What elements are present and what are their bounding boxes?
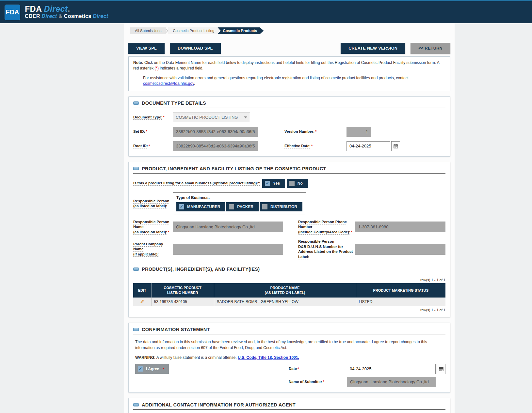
small-business-no-checkbox[interactable]: No	[287, 179, 308, 188]
parent-company-field	[173, 244, 283, 255]
set-id-value: 33822b90-8853-f3d2-e063-6394a90a36f5	[176, 129, 255, 134]
chevron-down-icon	[244, 116, 247, 118]
brand-title: FDA Direct.	[25, 5, 108, 13]
responsible-person-phone-value: 1-307-381-8980	[358, 224, 389, 229]
document-type-label[interactable]: Document Type:	[133, 115, 162, 119]
required-asterisk: *	[149, 144, 150, 148]
collapse-icon[interactable]	[133, 328, 139, 331]
note-text: Note: Click on the Data Element Name for…	[133, 60, 445, 71]
version-number-label[interactable]: Version Number:	[284, 130, 314, 133]
return-button[interactable]: << RETURN	[411, 43, 450, 54]
responsible-person-label[interactable]: Responsible Person (as listed on label):	[133, 199, 169, 208]
duns-number-field	[355, 244, 445, 255]
calendar-icon	[439, 367, 443, 371]
duns-number-label[interactable]: Responsible Person D&B D-U-N-S Number fo…	[298, 239, 353, 259]
product-listing-title: PRODUCT, INGREDIENT AND FACILITY LISTING…	[142, 166, 326, 171]
root-id-field: 33822b90-8854-f3d2-e063-6394a90a36f5	[173, 141, 258, 151]
required-asterisk: *	[315, 130, 316, 133]
marketing-status-column-header: PRODUCT MARKETING STATUS	[356, 283, 445, 298]
name-of-submitter-field: Qingyuan Hanxiang Biotechnology Co.,ltd	[347, 377, 436, 387]
confirmation-statement-header: CONFIRMATION STATEMENT	[133, 327, 445, 334]
download-spl-button[interactable]: DOWNLOAD SPL	[170, 43, 221, 54]
table-row: ✎ 53-199736-439105 SADOER BATH BOMB - GR…	[133, 298, 445, 306]
assistance-period: .	[194, 81, 195, 86]
no-label: No	[298, 181, 303, 186]
type-of-business-box: Type of Business: ✓ MANUFACTURER PACKER …	[173, 192, 306, 215]
small-business-yes-checkbox[interactable]: ✓ Yes	[262, 179, 285, 188]
required-asterisk: *	[163, 367, 164, 371]
manufacturer-label: MANUFACTURER	[187, 205, 220, 209]
breadcrumb-cosmetic-products[interactable]: Cosmetic Products	[218, 27, 264, 34]
view-spl-button[interactable]: VIEW SPL	[128, 43, 165, 54]
parent-company-label[interactable]: Parent Company Name (if applicable):	[133, 242, 163, 256]
products-facilities-header: PRODUCT(S), INGREDIENT(S), AND FACILITY(…	[133, 267, 445, 274]
confirmation-statement-title: CONFIRMATION STATEMENT	[142, 327, 210, 332]
document-type-details-title: DOCUMENT TYPE DETAILS	[142, 100, 206, 106]
unchecked-checkbox-icon	[229, 204, 234, 209]
type-of-business-label: Type of Business:	[176, 195, 302, 200]
app-header: FDA FDA Direct. CDER Direct & Cosmetics …	[0, 1, 532, 23]
responsible-person-phone-field: 1-307-381-8980	[355, 222, 445, 232]
name-of-submitter-value: Qingyuan Hanxiang Biotechnology Co.,ltd	[350, 379, 429, 384]
document-type-details-card: DOCUMENT TYPE DETAILS Document Type:* CO…	[128, 96, 450, 157]
required-asterisk: *	[298, 367, 299, 371]
collapse-icon[interactable]	[133, 268, 139, 271]
brand-block: FDA Direct. CDER Direct & Cosmetics Dire…	[25, 5, 108, 19]
note-suffix: indicates a required field.	[159, 66, 203, 70]
cosmeticsdirect-email-link[interactable]: cosmeticsdirect@fda.hhs.gov	[143, 81, 194, 86]
edit-column-header: EDIT	[133, 283, 151, 298]
note-required-asterisk: (*)	[154, 66, 159, 70]
brand-cder-direct: Direct	[41, 13, 57, 19]
product-name-column-header: PRODUCT NAME (AS LISTED ON LABEL)	[214, 283, 356, 298]
i-agree-checkbox[interactable]: ✓ I Agree *	[135, 364, 169, 374]
responsible-person-phone-label[interactable]: Responsible Person Phone Number (Include…	[298, 220, 350, 234]
toolbar-right: CREATE NEW VERSION << RETURN	[341, 43, 450, 54]
breadcrumb: All Submissions Cosmetic Product Listing…	[130, 27, 450, 34]
products-facilities-title: PRODUCT(S), INGREDIENT(S), AND FACILITY(…	[142, 267, 260, 272]
document-type-value: COSMETIC PRODUCT LISTING	[176, 115, 238, 120]
assistance-text: For assistance with validation errors an…	[133, 75, 445, 87]
brand-cosmetics-direct: Direct	[93, 13, 108, 19]
additional-contact-title: ADDITIONAL CONTACT INFORMATION FOR AUTHO…	[142, 402, 296, 407]
set-id-label[interactable]: Set ID:	[133, 130, 145, 133]
warning-text: WARNING: A willfully false statement is …	[133, 355, 445, 360]
version-number-field: 1	[347, 127, 371, 137]
product-listing-header: PRODUCT, INGREDIENT AND FACILITY LISTING…	[133, 166, 445, 174]
edit-icon[interactable]: ✎	[140, 299, 144, 305]
note-box: Note: Click on the Data Element Name for…	[128, 56, 450, 91]
root-id-label[interactable]: Root ID:	[133, 144, 148, 148]
effective-date-input[interactable]	[347, 141, 390, 151]
collapse-icon[interactable]	[133, 403, 139, 406]
effective-date-label[interactable]: Effective Date:	[284, 144, 311, 148]
brand-cder: CDER	[25, 13, 40, 19]
calendar-button[interactable]	[437, 364, 445, 374]
product-listing-card: PRODUCT, INGREDIENT AND FACILITY LISTING…	[128, 162, 450, 317]
packer-checkbox[interactable]: PACKER	[226, 202, 259, 211]
collapse-icon[interactable]	[133, 101, 139, 105]
breadcrumb-cosmetic-product-listing[interactable]: Cosmetic Product Listing	[168, 27, 219, 34]
document-type-select[interactable]: COSMETIC PRODUCT LISTING	[173, 113, 250, 122]
assistance-body: For assistance with validation errors an…	[143, 76, 409, 80]
date-label[interactable]: Date	[289, 367, 297, 371]
responsible-person-name-label[interactable]: Responsible Person Name (as listed on la…	[133, 220, 169, 234]
distributor-checkbox[interactable]: DISTRIBUTOR	[260, 202, 302, 211]
required-asterisk: *	[163, 115, 164, 119]
confirmation-date-input[interactable]	[347, 364, 436, 374]
distributor-label: DISTRIBUTOR	[270, 205, 297, 209]
breadcrumb-all-submissions[interactable]: All Submissions	[130, 27, 166, 34]
manufacturer-checkbox[interactable]: ✓ MANUFACTURER	[176, 202, 225, 211]
small-business-label[interactable]: Is this a product listing for a small bu…	[133, 181, 260, 185]
checked-checkbox-icon: ✓	[179, 204, 184, 209]
check-icon: ✓	[180, 204, 184, 209]
brand-cosmetics: Cosmetics	[64, 13, 91, 19]
create-new-version-button[interactable]: CREATE NEW VERSION	[341, 43, 405, 54]
required-asterisk: *	[146, 130, 147, 133]
us-code-link[interactable]: U.S. Code, Title 18, Section 1001.	[238, 355, 299, 360]
calendar-button[interactable]	[391, 141, 400, 151]
warning-prefix: WARNING:	[135, 355, 155, 360]
i-agree-label: I Agree	[146, 367, 159, 371]
collapse-icon[interactable]	[133, 167, 139, 170]
document-type-details-header: DOCUMENT TYPE DETAILS	[133, 100, 445, 108]
name-of-submitter-label[interactable]: Name of Submitter	[289, 380, 322, 384]
version-number-value: 1	[366, 129, 368, 134]
